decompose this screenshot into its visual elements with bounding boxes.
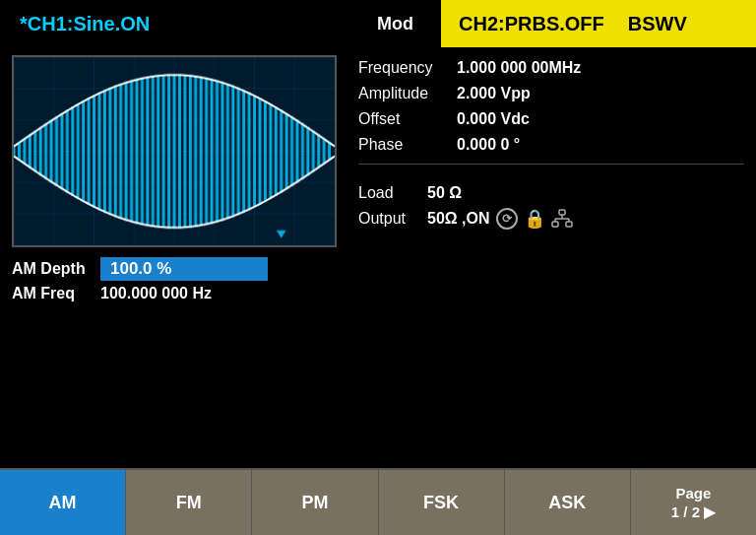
amplitude-value: 2.000 Vpp	[457, 85, 531, 102]
page-next-icon: ▶	[704, 503, 716, 521]
left-panel: AM Depth 100.0 % AM Freq 100.000 000 Hz	[12, 55, 346, 460]
main-content: AM Depth 100.0 % AM Freq 100.000 000 Hz …	[0, 47, 756, 468]
tab-fsk[interactable]: FSK	[379, 470, 505, 535]
ch2-header: CH2:PRBS.OFF BSWV	[441, 0, 756, 47]
tab-am-label: AM	[49, 493, 77, 513]
network-icon	[551, 208, 573, 230]
am-freq-value: 100.000 000 Hz	[100, 285, 212, 302]
output-value: 50Ω ,ON ⟳ 🔒	[427, 208, 573, 230]
am-freq-row: AM Freq 100.000 000 Hz	[12, 285, 346, 302]
output-label: Output	[358, 210, 417, 228]
tab-fm[interactable]: FM	[126, 470, 252, 535]
right-panel: Frequency 1.000 000 00MHz Amplitude 2.00…	[358, 55, 744, 460]
ch2-label: CH2:PRBS.OFF	[459, 13, 604, 35]
frequency-row: Frequency 1.000 000 00MHz	[358, 59, 744, 77]
ch1-label: *CH1:Sine.ON	[20, 13, 150, 35]
header-bar: *CH1:Sine.ON Mod CH2:PRBS.OFF BSWV	[0, 0, 756, 47]
output-text: 50Ω ,ON	[427, 210, 490, 228]
amplitude-label: Amplitude	[358, 85, 447, 102]
svg-rect-0	[559, 210, 565, 215]
tab-ask-label: ASK	[548, 493, 586, 513]
am-depth-label: AM Depth	[12, 260, 91, 278]
page-row: 1 / 2 ▶	[671, 503, 716, 521]
ch1-header: *CH1:Sine.ON Mod	[0, 13, 441, 35]
load-output-section: Load 50 Ω Output 50Ω ,ON ⟳ 🔒	[358, 184, 744, 230]
svg-rect-2	[566, 222, 572, 227]
load-value: 50 Ω	[427, 184, 462, 202]
frequency-label: Frequency	[358, 59, 447, 77]
output-row: Output 50Ω ,ON ⟳ 🔒	[358, 208, 744, 230]
am-depth-text: 100.0 %	[110, 259, 171, 279]
screen: *CH1:Sine.ON Mod CH2:PRBS.OFF BSWV AM De…	[0, 0, 756, 535]
page-tab[interactable]: Page 1 / 2 ▶	[631, 470, 756, 535]
offset-label: Offset	[358, 110, 447, 128]
tab-pm-label: PM	[301, 493, 328, 513]
tab-pm[interactable]: PM	[252, 470, 378, 535]
tab-am[interactable]: AM	[0, 470, 126, 535]
load-row: Load 50 Ω	[358, 184, 744, 202]
bswv-label: BSWV	[628, 13, 687, 35]
load-label: Load	[358, 184, 417, 202]
phase-value: 0.000 0 °	[457, 136, 520, 154]
am-depth-value[interactable]: 100.0 %	[100, 257, 268, 281]
frequency-value: 1.000 000 00MHz	[457, 59, 581, 77]
offset-row: Offset 0.000 Vdc	[358, 110, 744, 128]
offset-value: 0.000 Vdc	[457, 110, 530, 128]
phase-label: Phase	[358, 136, 447, 154]
mod-label: Mod	[377, 14, 413, 34]
sync-icon: ⟳	[496, 208, 518, 230]
waveform-canvas	[14, 57, 335, 245]
footer-tabs: AM FM PM FSK ASK Page 1 / 2 ▶	[0, 468, 756, 535]
page-label: Page	[676, 485, 712, 502]
phase-row: Phase 0.000 0 °	[358, 136, 744, 154]
tab-fm-label: FM	[176, 493, 202, 513]
waveform-display	[12, 55, 337, 247]
am-params: AM Depth 100.0 % AM Freq 100.000 000 Hz	[12, 257, 346, 302]
am-depth-row: AM Depth 100.0 %	[12, 257, 346, 281]
divider	[358, 164, 744, 165]
page-current: 1 / 2	[671, 503, 700, 520]
tab-ask[interactable]: ASK	[505, 470, 631, 535]
amplitude-row: Amplitude 2.000 Vpp	[358, 85, 744, 102]
am-freq-label: AM Freq	[12, 285, 91, 302]
tab-fsk-label: FSK	[423, 493, 459, 513]
svg-rect-1	[552, 222, 558, 227]
lock-icon: 🔒	[524, 208, 545, 230]
